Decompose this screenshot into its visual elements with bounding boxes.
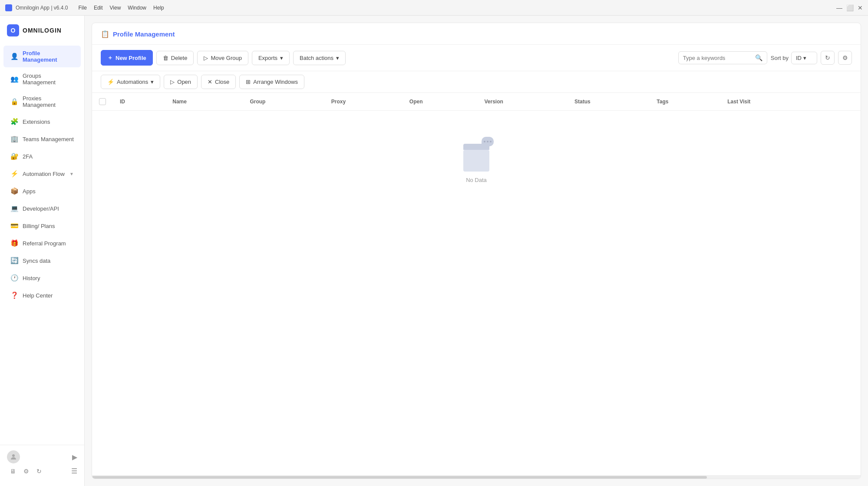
open-label: Open bbox=[177, 79, 191, 85]
search-box: 🔍 bbox=[678, 51, 767, 64]
panel: 📋 Profile Management ＋ New Profile 🗑 Del… bbox=[92, 23, 861, 479]
settings-button[interactable]: ⚙ bbox=[838, 51, 852, 65]
user-avatar[interactable] bbox=[7, 450, 20, 463]
sidebar-item-label: Teams Management bbox=[23, 136, 74, 142]
automation-flow-icon: ⚡ bbox=[10, 170, 18, 178]
svg-point-0 bbox=[12, 454, 15, 457]
logo-text: OMNILOGIN bbox=[23, 27, 62, 34]
open-icon: ▷ bbox=[170, 79, 175, 85]
sidebar-item-groups-management[interactable]: 👥 Groups Management bbox=[3, 68, 81, 90]
refresh-button[interactable]: ↻ bbox=[821, 51, 835, 65]
table-header: ID Name Group Proxy Open Version Status … bbox=[92, 93, 861, 111]
move-group-button[interactable]: ▷ Move Group bbox=[197, 51, 248, 65]
sidebar-item-referral-program[interactable]: 🎁 Referral Program bbox=[3, 235, 81, 251]
profile-management-icon: 👤 bbox=[10, 53, 18, 60]
move-group-icon: ▷ bbox=[204, 55, 208, 61]
sidebar-item-history[interactable]: 🕐 History bbox=[3, 270, 81, 286]
logo-icon: O bbox=[7, 24, 19, 36]
batch-actions-button[interactable]: Batch actions ▾ bbox=[293, 51, 346, 65]
automations-button[interactable]: ⚡ Automations ▾ bbox=[101, 75, 160, 89]
sort-chevron-icon: ▾ bbox=[803, 55, 806, 61]
sidebar-item-label: Syncs data bbox=[23, 258, 50, 264]
empty-box-top bbox=[463, 144, 489, 150]
menu-window[interactable]: Window bbox=[128, 5, 146, 11]
extensions-icon: 🧩 bbox=[10, 118, 18, 126]
sidebar-item-help-center[interactable]: ❓ Help Center bbox=[3, 287, 81, 304]
app-layout: O OMNILOGIN 👤 Profile Management 👥 Group… bbox=[0, 16, 868, 486]
search-icon: 🔍 bbox=[755, 54, 762, 61]
restore-button[interactable]: ⬜ bbox=[847, 5, 852, 10]
empty-box bbox=[463, 150, 489, 172]
menu-edit[interactable]: Edit bbox=[94, 5, 103, 11]
sidebar-item-label: 2FA bbox=[23, 153, 33, 160]
close-label: Close bbox=[215, 79, 229, 85]
menu-file[interactable]: File bbox=[79, 5, 87, 11]
sort-select[interactable]: ID ▾ bbox=[791, 52, 817, 64]
display-icon[interactable]: 🖥 bbox=[9, 467, 17, 476]
titlebar-app-name: Omnilogin App | v6.4.0 bbox=[16, 5, 68, 11]
help-center-icon: ❓ bbox=[10, 291, 18, 299]
billing-plans-icon: 💳 bbox=[10, 222, 18, 230]
table-col-last-visit: Last Visit bbox=[720, 93, 822, 111]
sidebar-bottom: ▶ 🖥 ⚙ ↻ ☰ bbox=[0, 445, 84, 481]
sidebar-item-developer-api[interactable]: 💻 Developer/API bbox=[3, 200, 81, 217]
groups-management-icon: 👥 bbox=[10, 75, 18, 83]
sidebar-item-extensions[interactable]: 🧩 Extensions bbox=[3, 113, 81, 130]
sidebar-expand-icon[interactable]: ▶ bbox=[72, 453, 77, 461]
automations-icon: ⚡ bbox=[107, 79, 114, 85]
delete-button[interactable]: 🗑 Delete bbox=[156, 51, 194, 65]
menu-help[interactable]: Help bbox=[153, 5, 164, 11]
table-col-proxy: Proxy bbox=[324, 93, 403, 111]
sidebar-item-apps[interactable]: 📦 Apps bbox=[3, 183, 81, 199]
sidebar-item-2fa[interactable]: 🔐 2FA bbox=[3, 148, 81, 165]
proxies-management-icon: 🔒 bbox=[10, 98, 18, 106]
menu-view[interactable]: View bbox=[110, 5, 121, 11]
sidebar: O OMNILOGIN 👤 Profile Management 👥 Group… bbox=[0, 16, 85, 486]
sidebar-bottom-icons: 🖥 ⚙ ↻ ☰ bbox=[7, 467, 77, 476]
chat-dot-1 bbox=[484, 141, 485, 142]
minimize-button[interactable]: — bbox=[837, 5, 842, 10]
new-profile-label: New Profile bbox=[116, 55, 146, 61]
profile-table: ID Name Group Proxy Open Version Status … bbox=[92, 93, 861, 111]
sidebar-item-label: Developer/API bbox=[23, 205, 59, 212]
horizontal-scrollbar[interactable] bbox=[92, 475, 861, 479]
sidebar-item-automation-flow[interactable]: ⚡ Automation Flow ▼ bbox=[3, 165, 81, 182]
panel-title-icon: 📋 bbox=[101, 30, 109, 38]
table-col-name: Name bbox=[165, 93, 243, 111]
close-button[interactable]: ✕ bbox=[858, 5, 863, 10]
open-button[interactable]: ▷ Open bbox=[164, 75, 198, 89]
apps-icon: 📦 bbox=[10, 187, 18, 195]
titlebar-menu: File Edit View Window Help bbox=[79, 5, 164, 11]
automations-label: Automations bbox=[117, 79, 148, 85]
exports-chevron-icon: ▾ bbox=[280, 55, 283, 61]
titlebar-controls: — ⬜ ✕ bbox=[837, 5, 863, 10]
main-content: 📋 Profile Management ＋ New Profile 🗑 Del… bbox=[85, 16, 868, 486]
delete-label: Delete bbox=[171, 55, 188, 61]
select-all-checkbox[interactable] bbox=[99, 98, 106, 105]
table-col-status: Status bbox=[568, 93, 650, 111]
sort-value: ID bbox=[796, 55, 802, 61]
close-button[interactable]: ✕ Close bbox=[201, 75, 236, 89]
search-input[interactable] bbox=[683, 55, 752, 61]
titlebar-left: Omnilogin App | v6.4.0 File Edit View Wi… bbox=[5, 4, 164, 11]
exports-button[interactable]: Exports ▾ bbox=[252, 51, 290, 65]
arrange-windows-button[interactable]: ⊞ Arrange Windows bbox=[239, 75, 304, 89]
new-profile-button[interactable]: ＋ New Profile bbox=[101, 50, 153, 66]
sidebar-item-teams-management[interactable]: 🏢 Teams Management bbox=[3, 131, 81, 147]
sidebar-item-label: Groups Management bbox=[23, 73, 74, 86]
sidebar-item-label: Billing/ Plans bbox=[23, 223, 55, 229]
sidebar-item-profile-management[interactable]: 👤 Profile Management bbox=[3, 46, 81, 67]
sidebar-item-label: Help Center bbox=[23, 292, 53, 299]
sidebar-item-syncs-data[interactable]: 🔄 Syncs data bbox=[3, 252, 81, 269]
syncs-data-icon: 🔄 bbox=[10, 257, 18, 264]
batch-actions-chevron-icon: ▾ bbox=[336, 55, 339, 61]
list-icon[interactable]: ☰ bbox=[71, 467, 77, 476]
chat-dot-2 bbox=[487, 141, 488, 142]
refresh-icon[interactable]: ↻ bbox=[35, 467, 43, 476]
scrollbar-thumb[interactable] bbox=[92, 476, 707, 479]
referral-program-icon: 🎁 bbox=[10, 239, 18, 247]
sidebar-item-proxies-management[interactable]: 🔒 Proxies Management bbox=[3, 91, 81, 112]
titlebar: Omnilogin App | v6.4.0 File Edit View Wi… bbox=[0, 0, 868, 16]
settings-icon[interactable]: ⚙ bbox=[22, 467, 30, 476]
sidebar-item-billing-plans[interactable]: 💳 Billing/ Plans bbox=[3, 218, 81, 234]
